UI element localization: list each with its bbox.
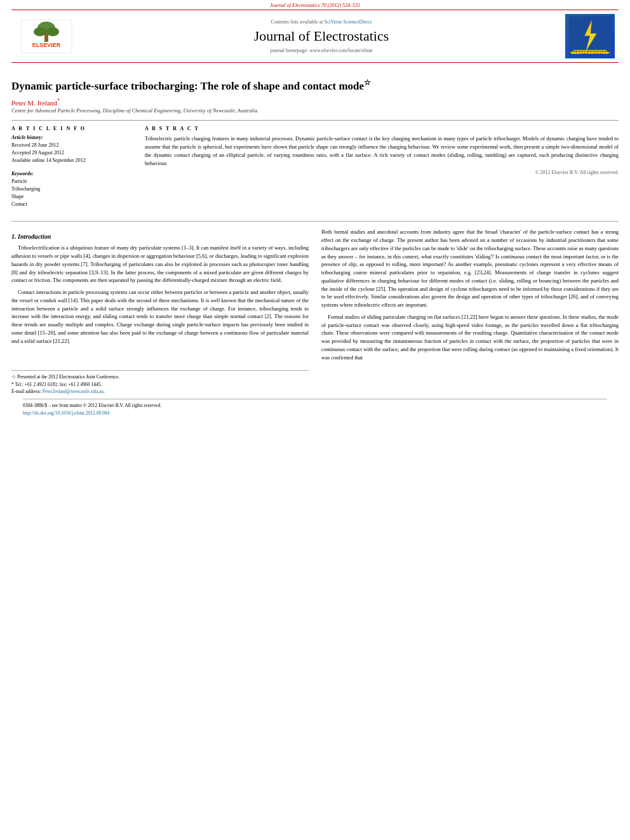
email-link[interactable]: Peter.Ireland@newcastle.edu.au — [43, 389, 104, 394]
affiliation: Centre for Advanced Particle Processing,… — [11, 107, 619, 114]
keyword-1: Particle — [11, 178, 132, 185]
journal-citation-bar: Journal of Electrostatics 70 (2012) 524–… — [0, 0, 630, 10]
author-name: Peter M. Ireland* — [11, 97, 619, 107]
article-title: Dynamic particle-surface tribocharging: … — [11, 78, 619, 93]
svg-rect-4 — [44, 33, 48, 42]
available-date: Available online 14 September 2012 — [11, 157, 132, 164]
footnote-contact: * Tel.: +61 2 4921 6181; fax: +61 2 4960… — [11, 381, 309, 388]
footnote-divider — [11, 370, 309, 371]
body-para-3: Both formal studies and anecdotal accoun… — [321, 228, 619, 309]
elsevier-logo-svg: ELSEVIER — [18, 17, 75, 56]
svg-text:ELSEVIER: ELSEVIER — [32, 42, 61, 48]
keyword-4: Contact — [11, 201, 132, 208]
journal-citation: Journal of Electrostatics 70 (2012) 524–… — [270, 3, 360, 8]
journal-header: ELSEVIER Contents lists available at Sci… — [11, 10, 619, 63]
body-para-1: Triboelectrification is a ubiquitous fea… — [11, 244, 309, 284]
body-left-col: 1. Introduction Triboelectrification is … — [11, 228, 309, 395]
svg-text:ELECTROSTATICS: ELECTROSTATICS — [572, 51, 608, 55]
copyright-line: © 2012 Elsevier B.V. All rights reserved… — [145, 170, 619, 175]
journal-header-center: Contents lists available at SciVerse Sci… — [81, 14, 561, 58]
received-date: Received 28 June 2012 — [11, 142, 132, 149]
keyword-3: Shape — [11, 193, 132, 201]
section1-heading: 1. Introduction — [11, 232, 309, 241]
sciverse-line: Contents lists available at SciVerse Sci… — [271, 19, 372, 25]
bottom-issn: 0304-3886/$ – see front matter © 2012 El… — [23, 402, 161, 417]
accepted-date: Accepted 29 August 2012 — [11, 149, 132, 157]
homepage-line: journal homepage: www.elsevier.com/locat… — [270, 48, 372, 53]
article-info-abstract-section: A R T I C L E I N F O Article history: R… — [11, 120, 619, 215]
keyword-2: Tribocharging — [11, 185, 132, 193]
elsevier-logo-area: ELSEVIER — [11, 14, 81, 58]
history-heading: Article history: — [11, 135, 132, 140]
keywords-block: Keywords: Particle Tribocharging Shape C… — [11, 171, 132, 208]
doi-link[interactable]: http://dx.doi.org/10.1016/j.elstat.2012.… — [23, 410, 109, 416]
abstract-label: A B S T R A C T — [145, 126, 619, 131]
title-star: ☆ — [364, 78, 371, 87]
footnote-email: E-mail address: Peter.Ireland@newcastle.… — [11, 388, 309, 395]
article-info-label: A R T I C L E I N F O — [11, 126, 132, 131]
sciverse-link[interactable]: SciVerse ScienceDirect — [325, 19, 372, 25]
body-para-2: Contact interactions in particle process… — [11, 288, 309, 345]
article-info-col: A R T I C L E I N F O Article history: R… — [11, 126, 132, 215]
issn-text: 0304-3886/$ – see front matter © 2012 El… — [23, 402, 161, 410]
body-section: 1. Introduction Triboelectrification is … — [11, 228, 619, 395]
bottom-bar: 0304-3886/$ – see front matter © 2012 El… — [23, 399, 607, 417]
footnote-conference: ☆ Presented at the 2012 Electrostatics J… — [11, 373, 309, 380]
article-history: Article history: Received 28 June 2012 A… — [11, 135, 132, 164]
journal-title: Journal of Electrostatics — [254, 28, 389, 44]
electrostatics-badge: ELECTROSTATICS — [565, 14, 615, 58]
footnotes-area: ☆ Presented at the 2012 Electrostatics J… — [11, 370, 309, 395]
content-divider — [11, 221, 619, 222]
abstract-col: A B S T R A C T Triboelectric particle c… — [145, 126, 619, 215]
body-right-col: Both formal studies and anecdotal accoun… — [321, 228, 619, 395]
main-content: Dynamic particle-surface tribocharging: … — [11, 63, 619, 423]
keywords-heading: Keywords: — [11, 171, 132, 177]
abstract-text: Triboelectric particle charging features… — [145, 135, 619, 167]
body-para-4: Formal studies of sliding particulate ch… — [321, 313, 619, 362]
author-star: * — [57, 97, 60, 103]
journal-badge-area: ELECTROSTATICS — [561, 14, 619, 58]
